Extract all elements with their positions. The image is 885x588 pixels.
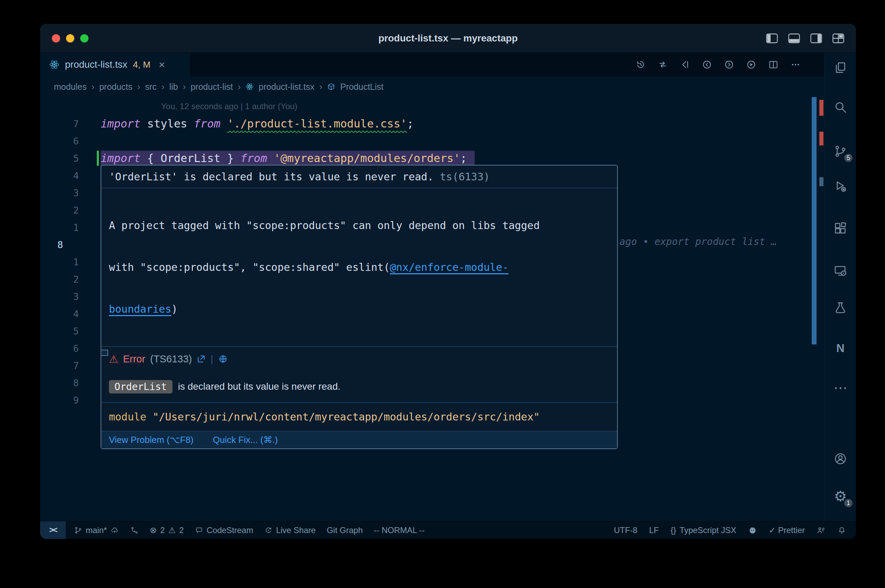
line-number: 7 — [40, 118, 79, 129]
eol-status[interactable]: LF — [649, 525, 659, 535]
blame-annotation[interactable]: You, 12 seconds ago | 1 author (You) — [161, 102, 297, 111]
breadcrumb-src[interactable]: src — [145, 82, 156, 92]
remote-explorer-icon[interactable] — [825, 261, 856, 280]
react-file-icon — [49, 59, 59, 70]
nx-console-icon[interactable]: N — [825, 339, 856, 358]
error-code: (TS6133) — [150, 353, 192, 365]
current-line-number: 8 — [40, 239, 79, 250]
view-problem-link[interactable]: View Problem (⌥F8) — [109, 435, 194, 446]
tab-problems-modified-badge: 4, M — [133, 59, 151, 70]
notifications-bell-icon[interactable] — [837, 526, 846, 535]
breadcrumb-product-list[interactable]: product-list — [191, 82, 233, 92]
git-graph-status[interactable]: Git Graph — [327, 525, 363, 535]
chevron-right-icon: › — [137, 81, 140, 92]
line-number: 3 — [40, 291, 79, 302]
split-editor-icon[interactable] — [768, 59, 778, 70]
toggle-secondary-sidebar-icon[interactable] — [810, 33, 822, 44]
explorer-icon[interactable] — [825, 58, 856, 77]
open-external-icon[interactable] — [197, 354, 206, 363]
language-status[interactable]: {} TypeScript JSX — [671, 525, 736, 535]
previous-change-icon[interactable] — [702, 59, 712, 70]
line-number: 9 — [40, 395, 79, 406]
globe-icon[interactable] — [218, 354, 228, 364]
zoom-window-button[interactable] — [80, 34, 89, 42]
breadcrumb: modules › products › src › lib › product… — [40, 76, 824, 97]
source-control-icon[interactable]: 5 — [825, 142, 856, 161]
window-controls — [52, 34, 89, 42]
toggle-sidebar-icon[interactable] — [766, 33, 778, 44]
symbol-chip: OrderList — [109, 380, 173, 393]
code-line: 7 import styles from './product-list.mod… — [40, 115, 824, 132]
open-changes-icon[interactable] — [680, 59, 690, 70]
file-history-icon[interactable] — [636, 59, 646, 70]
remote-indicator[interactable]: >< — [40, 521, 66, 539]
code-line: 6 — [40, 132, 824, 150]
accounts-icon[interactable] — [825, 449, 856, 468]
settings-badge: 1 — [843, 498, 853, 508]
more-actions-icon[interactable] — [790, 59, 801, 70]
eslint-rule-link[interactable]: @nx/enforce-module- — [390, 261, 509, 273]
encoding-status[interactable]: UTF-8 — [614, 525, 637, 535]
additional-views-icon[interactable]: ⋯ — [825, 378, 856, 397]
github-icon[interactable] — [748, 526, 757, 535]
branch-status[interactable]: main* — [74, 525, 119, 535]
chevron-right-icon: › — [183, 81, 186, 92]
window-title: product-list.tsx — myreactapp — [379, 33, 518, 44]
extensions-icon[interactable] — [825, 219, 856, 238]
cloud-upload-icon — [110, 526, 119, 534]
close-window-button[interactable] — [52, 34, 60, 42]
symbol-cube-icon — [327, 82, 335, 91]
line-number: 6 — [40, 136, 79, 147]
code-text[interactable]: import styles from './product-list.modul… — [101, 115, 413, 132]
compare-changes-icon[interactable] — [658, 59, 668, 70]
settings-gear-icon[interactable]: ⚙ 1 — [825, 487, 856, 506]
hover-module-path: module "/Users/juri/nrwl/content/myreact… — [101, 403, 617, 431]
run-file-icon[interactable] — [746, 59, 756, 70]
minimize-window-button[interactable] — [66, 34, 74, 42]
breadcrumb-modules[interactable]: modules — [54, 82, 87, 92]
quick-fix-link[interactable]: Quick Fix... (⌘.) — [213, 435, 278, 446]
gitlens-blame-lens: You, 12 seconds ago | 1 author (You) — [40, 98, 824, 115]
line-number: 2 — [40, 274, 79, 285]
breadcrumb-symbol[interactable]: ProductList — [340, 82, 383, 92]
error-icon: ⊗ — [150, 525, 156, 535]
line-number: 7 — [40, 360, 79, 371]
run-debug-icon[interactable] — [825, 177, 856, 196]
overview-error-mark — [819, 100, 823, 116]
feedback-icon[interactable] — [817, 526, 826, 535]
share-icon — [264, 526, 272, 534]
next-change-icon[interactable] — [724, 59, 734, 70]
chevron-right-icon: › — [161, 81, 165, 92]
tab-close-icon[interactable]: × — [159, 58, 165, 71]
code-line-highlighted: 5 import { OrderList } from '@myreactapp… — [40, 150, 824, 167]
breadcrumb-file[interactable]: product-list.tsx — [258, 82, 314, 92]
hover-resize-handle[interactable] — [101, 350, 108, 356]
hover-error-detail: OrderList is declared but its value is n… — [101, 371, 617, 403]
customize-layout-icon[interactable] — [832, 33, 844, 44]
live-share-status[interactable]: Live Share — [264, 525, 316, 535]
editor-scrollbar[interactable] — [812, 97, 817, 345]
warning-icon: ⚠ — [168, 525, 176, 535]
breadcrumb-products[interactable]: products — [99, 82, 132, 92]
tab-label: product-list.tsx — [65, 59, 128, 70]
codestream-status[interactable]: CodeStream — [195, 525, 253, 535]
gitlens-compare-status[interactable] — [130, 526, 139, 534]
line-number: 4 — [40, 309, 79, 319]
line-number: 8 — [40, 378, 79, 388]
code-text[interactable]: import { OrderList } from '@myreactapp/m… — [101, 150, 467, 167]
eslint-rule-link[interactable]: boundaries — [109, 303, 171, 315]
line-number: 4 — [40, 170, 79, 181]
chevron-right-icon: › — [238, 81, 241, 92]
error-label: Error — [123, 353, 145, 365]
testing-beaker-icon[interactable] — [825, 298, 856, 317]
problems-status[interactable]: ⊗2 ⚠2 — [150, 525, 183, 535]
source-control-badge: 5 — [843, 153, 853, 163]
search-icon[interactable] — [825, 98, 856, 117]
tab-product-list[interactable]: product-list.tsx 4, M × — [40, 53, 189, 76]
vim-mode-indicator[interactable]: -- NORMAL -- — [374, 525, 425, 535]
toggle-panel-icon[interactable] — [788, 33, 800, 44]
prettier-status[interactable]: ✓ Prettier — [769, 525, 805, 535]
breadcrumb-lib[interactable]: lib — [170, 82, 178, 92]
code-editor[interactable]: You, 12 seconds ago | 1 author (You) 7 i… — [40, 97, 824, 521]
warning-icon: ⚠ — [109, 353, 118, 365]
